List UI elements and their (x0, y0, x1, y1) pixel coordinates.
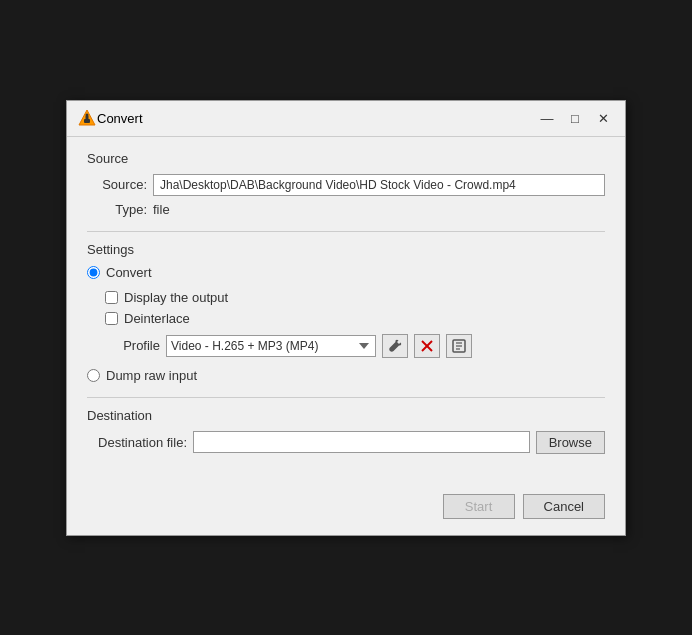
profile-delete-button[interactable] (414, 334, 440, 358)
settings-section: Settings Convert Display the output Dein… (87, 242, 605, 383)
display-output-row: Display the output (105, 290, 605, 305)
dump-raw-label[interactable]: Dump raw input (106, 368, 197, 383)
dump-raw-radio[interactable] (87, 369, 100, 382)
source-field-label: Source: (87, 177, 147, 192)
type-field-label: Type: (87, 202, 147, 217)
convert-radio-label[interactable]: Convert (106, 265, 152, 280)
deinterlace-checkbox[interactable] (105, 312, 118, 325)
dump-raw-radio-row: Dump raw input (87, 368, 605, 383)
dialog-content: Source Source: Type: file Settings Conve… (67, 137, 625, 484)
source-grid: Source: Type: file (87, 174, 605, 217)
minimize-button[interactable]: — (535, 108, 559, 128)
destination-grid: Destination file: Browse (87, 431, 605, 454)
destination-divider (87, 397, 605, 398)
display-output-label[interactable]: Display the output (124, 290, 228, 305)
profile-settings-button[interactable] (382, 334, 408, 358)
source-input[interactable] (153, 174, 605, 196)
maximize-button[interactable]: □ (563, 108, 587, 128)
section-divider (87, 231, 605, 232)
svg-rect-2 (86, 116, 89, 120)
profile-label: Profile (105, 338, 160, 353)
deinterlace-row: Deinterlace (105, 311, 605, 326)
vlc-icon (77, 108, 97, 128)
profile-new-button[interactable] (446, 334, 472, 358)
destination-section: Destination Destination file: Browse (87, 408, 605, 454)
dialog-footer: Start Cancel (67, 484, 625, 535)
settings-section-label: Settings (87, 242, 605, 257)
window-title: Convert (97, 111, 535, 126)
source-section-label: Source (87, 151, 605, 166)
browse-button[interactable]: Browse (536, 431, 605, 454)
profile-select[interactable]: Video - H.265 + MP3 (MP4) Video - H.264 … (166, 335, 376, 357)
destination-section-label: Destination (87, 408, 605, 423)
window-controls: — □ ✕ (535, 108, 615, 128)
delete-icon (420, 339, 434, 353)
type-value: file (153, 202, 605, 217)
convert-radio[interactable] (87, 266, 100, 279)
convert-window: Convert — □ ✕ Source Source: Type: file … (66, 100, 626, 536)
svg-point-3 (86, 114, 89, 117)
cancel-button[interactable]: Cancel (523, 494, 605, 519)
wrench-icon (388, 339, 402, 353)
deinterlace-label[interactable]: Deinterlace (124, 311, 190, 326)
dest-file-label: Destination file: (87, 435, 187, 450)
destination-input[interactable] (193, 431, 530, 453)
close-button[interactable]: ✕ (591, 108, 615, 128)
titlebar: Convert — □ ✕ (67, 101, 625, 137)
convert-radio-row: Convert (87, 265, 605, 280)
profile-row: Profile Video - H.265 + MP3 (MP4) Video … (105, 334, 605, 358)
new-profile-icon (452, 339, 466, 353)
display-output-checkbox[interactable] (105, 291, 118, 304)
source-section: Source Source: Type: file (87, 151, 605, 217)
start-button[interactable]: Start (443, 494, 515, 519)
